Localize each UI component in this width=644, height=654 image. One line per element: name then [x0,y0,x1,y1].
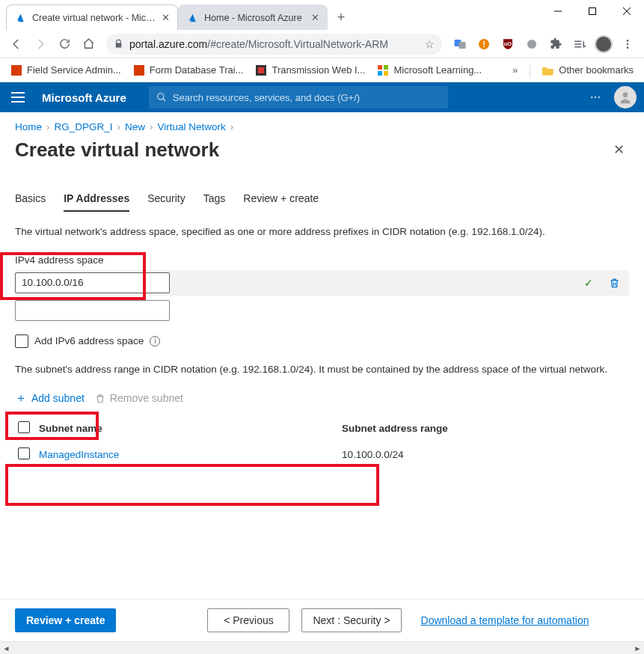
browser-tabs: Create virtual network - Microsoft ✕ Hom… [0,0,352,30]
browser-toolbar: portal.azure.com/#create/Microsoft.Virtu… [0,30,644,58]
row-checkbox[interactable] [18,447,30,459]
translate-icon[interactable] [450,34,470,55]
page-content: Home› RG_DPGR_I› New› Virtual Network› C… [0,112,644,641]
chevron-right-icon: › [230,121,234,132]
reload-button[interactable] [54,34,75,55]
maximize-button[interactable] [575,0,610,22]
tab-title: Home - Microsoft Azure [204,13,307,23]
more-icon[interactable]: ⋯ [584,91,608,103]
bookmark-item[interactable]: Field Service Admin... [6,61,126,79]
breadcrumb-link[interactable]: Home [15,121,42,132]
footer-bar: Review + create < Previous Next : Securi… [0,599,644,641]
transmission-icon [255,64,267,76]
window-titlebar: Create virtual network - Microsoft ✕ Hom… [0,0,644,30]
bookmark-item[interactable]: Form Database Trai... [129,61,248,79]
ublock-icon[interactable]: uO [497,34,518,55]
remove-subnet-label: Remove subnet [110,392,183,404]
azure-favicon-icon [186,12,198,24]
divider [530,64,530,77]
ipv4-address-input[interactable] [15,272,170,293]
tab-review-create[interactable]: Review + create [243,188,319,212]
bookmark-label: Microsoft Learning... [393,64,482,76]
ipv4-address-input-empty[interactable] [15,300,170,321]
svg-point-12 [627,46,629,49]
brand-label[interactable]: Microsoft Azure [36,91,141,104]
scroll-right-icon[interactable]: ► [631,642,644,655]
column-header-range[interactable]: Subnet address range [342,423,626,434]
close-blade-button[interactable]: ✕ [609,137,629,162]
close-window-button[interactable] [610,0,644,22]
add-subnet-button[interactable]: ＋ Add subnet [15,391,85,406]
subnet-description: The subnet's address range in CIDR notat… [15,363,629,377]
previous-button[interactable]: < Previous [207,608,289,632]
horizontal-scrollbar[interactable]: ◄ ► [0,641,644,654]
azure-header: Microsoft Azure Search resources, servic… [0,82,644,112]
svg-text:uO: uO [504,40,512,47]
account-avatar[interactable] [614,86,637,109]
scroll-left-icon[interactable]: ◄ [0,642,13,655]
microsoft-icon [377,64,389,76]
svg-point-9 [527,40,536,49]
download-template-link[interactable]: Download a template for automation [421,614,589,626]
svg-rect-14 [134,65,144,76]
bookmark-label: Transmission Web I... [272,64,365,76]
back-button[interactable] [6,34,27,55]
browser-tab-inactive[interactable]: Home - Microsoft Azure ✕ [178,4,328,30]
bookmark-item[interactable]: Transmission Web I... [251,61,369,79]
hamburger-menu-button[interactable] [0,82,36,112]
extensions-icon[interactable] [545,34,566,55]
dynamics-icon [10,64,22,76]
breadcrumb-link[interactable]: RG_DPGR_I [55,121,113,132]
azure-favicon-icon [14,12,26,24]
next-button[interactable]: Next : Security > [301,608,401,632]
select-all-checkbox[interactable] [18,421,30,433]
tab-tags[interactable]: Tags [203,188,226,212]
global-search-input[interactable]: Search resources, services, and docs (G+… [149,86,448,109]
tab-security[interactable]: Security [147,188,185,212]
bookmark-label: Field Service Admin... [27,64,121,76]
home-button[interactable] [78,34,99,55]
breadcrumb-link[interactable]: Virtual Network [158,121,226,132]
bookmark-item[interactable]: Microsoft Learning... [372,61,486,79]
info-icon[interactable]: i [150,336,160,346]
tab-ip-addresses[interactable]: IP Addresses [64,188,129,212]
profile-avatar[interactable] [593,34,614,55]
extension-dot-icon[interactable] [521,34,542,55]
browser-tab-active[interactable]: Create virtual network - Microsoft ✕ [6,4,178,30]
bookmark-overflow-button[interactable]: » [508,64,522,76]
svg-text:!: ! [482,40,485,49]
folder-icon [542,64,554,76]
delete-address-button[interactable] [604,272,625,293]
checkmark-icon: ✓ [584,277,593,289]
tab-basics[interactable]: Basics [15,188,46,212]
svg-line-25 [163,99,166,102]
breadcrumb-link[interactable]: New [125,121,145,132]
svg-point-11 [627,43,629,45]
dynamics-icon [133,64,145,76]
media-icon[interactable] [569,34,590,55]
address-bar[interactable]: portal.azure.com/#create/Microsoft.Virtu… [106,34,442,55]
forward-button[interactable] [30,34,51,55]
close-icon[interactable]: ✕ [162,12,170,23]
column-header-name[interactable]: Subnet name [39,423,342,434]
subnet-name-link[interactable]: ManagedInstance [39,449,119,460]
new-tab-button[interactable]: + [331,7,352,28]
extension-alert-icon[interactable]: ! [473,34,494,55]
review-create-button[interactable]: Review + create [15,608,116,632]
star-icon[interactable]: ☆ [425,38,435,50]
close-icon[interactable]: ✕ [311,12,319,23]
ipv6-checkbox[interactable] [15,334,28,348]
blade-tabs: Basics IP Addresses Security Tags Review… [15,188,629,212]
svg-rect-5 [459,42,466,49]
svg-point-10 [627,40,629,42]
svg-rect-17 [378,65,382,70]
bookmark-label: Other bookmarks [559,64,634,76]
search-icon [156,92,167,103]
minimize-button[interactable] [541,0,575,22]
svg-rect-16 [258,67,264,73]
other-bookmarks-button[interactable]: Other bookmarks [538,61,638,79]
breadcrumb: Home› RG_DPGR_I› New› Virtual Network› [15,121,629,132]
menu-icon[interactable] [617,34,638,55]
bookmark-label: Form Database Trai... [150,64,244,76]
remove-subnet-button[interactable]: Remove subnet [95,392,183,404]
